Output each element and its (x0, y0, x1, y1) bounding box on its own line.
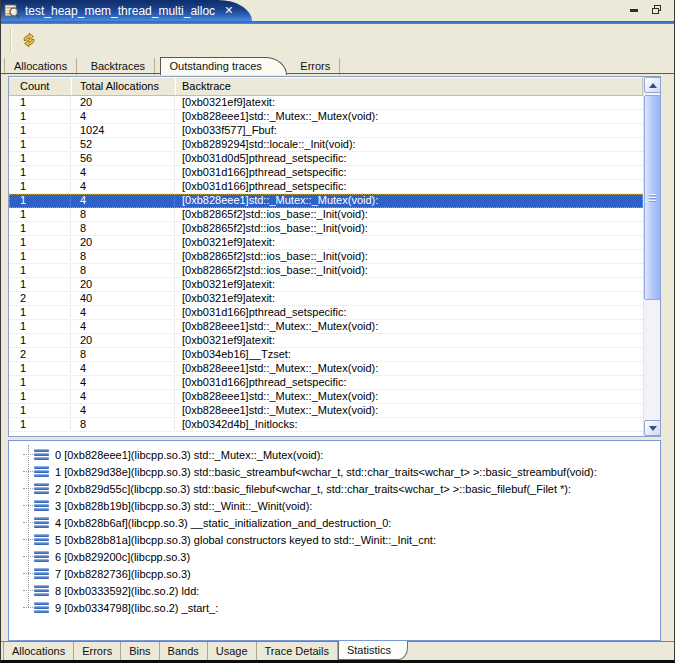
table-row[interactable]: 1 4 [0xb828eee1]std::_Mutex::_Mutex(void… (9, 390, 643, 404)
tree-item-label: 7 [0xb8282736](libcpp.so.3) (55, 568, 191, 580)
refresh-button[interactable] (18, 29, 40, 51)
result-view-tab[interactable]: Bands (160, 642, 208, 660)
trace-category-tab[interactable]: Errors (291, 58, 340, 75)
result-view-tab[interactable]: Trace Details (257, 642, 338, 660)
cell-total-allocations: 8 (71, 348, 175, 361)
table-row[interactable]: 1 8 [0xb82865f2]std::ios_base::_Init(voi… (9, 264, 643, 278)
cell-backtrace: [0xb828eee1]std::_Mutex::_Mutex(void): (175, 362, 643, 375)
table-row[interactable]: 1 20 [0xb0321ef9]atexit: (9, 278, 643, 292)
table-header: Count Total Allocations Backtrace (9, 77, 643, 96)
scrollbar-thumb[interactable] (644, 95, 661, 300)
minimize-button[interactable] (628, 4, 641, 15)
tab-label: Backtraces (91, 60, 145, 72)
tab-baseline (1, 73, 675, 74)
table-row[interactable]: 1 4 [0xb828eee1]std::_Mutex::_Mutex(void… (9, 362, 643, 376)
table-row[interactable]: 1 4 [0xb828eee1]std::_Mutex::_Mutex(void… (9, 320, 643, 334)
table-row[interactable]: 2 40 [0xb0321ef9]atexit: (9, 292, 643, 306)
table-body: 1 20 [0xb0321ef9]atexit: 1 4 [0xb828eee1… (9, 96, 643, 432)
cell-total-allocations: 8 (71, 222, 175, 235)
view-tab-outstanding-view[interactable]: test_heap_mem_thread_multi_alloc ✕ (0, 0, 252, 21)
tree-connector (23, 590, 33, 591)
cell-backtrace: [0xb031d166]pthread_setspecific: (175, 166, 643, 179)
cell-total-allocations: 8 (71, 264, 175, 277)
vertical-scrollbar[interactable] (643, 77, 660, 436)
stack-frames-icon (34, 585, 49, 596)
trace-category-tabs: Allocations Backtraces Outstanding trace… (1, 56, 675, 74)
tab-label: Errors (82, 645, 112, 657)
tree-item[interactable]: 7 [0xb8282736](libcpp.so.3) (9, 565, 660, 582)
table-row[interactable]: 1 8 [0xb82865f2]std::ios_base::_Init(voi… (9, 250, 643, 264)
result-view-tab[interactable]: Statistics (338, 641, 408, 660)
cell-count: 2 (9, 348, 71, 361)
result-view-tab[interactable]: Usage (208, 642, 257, 660)
cell-count: 1 (9, 264, 71, 277)
scroll-up-button[interactable] (644, 77, 661, 93)
cell-count: 1 (9, 362, 71, 375)
table-row[interactable]: 1 4 [0xb031d166]pthread_setspecific: (9, 306, 643, 320)
cell-count: 1 (9, 250, 71, 263)
table-row[interactable]: 1 4 [0xb828eee1]std::_Mutex::_Mutex(void… (9, 194, 643, 208)
tree-connector (23, 471, 33, 472)
table-row[interactable]: 1 1024 [0xb033f577]_Fbuf: (9, 124, 643, 138)
table-row[interactable]: 1 4 [0xb031d166]pthread_setspecific: (9, 180, 643, 194)
tab-label: Trace Details (265, 645, 329, 657)
cell-total-allocations: 8 (71, 208, 175, 221)
table-row[interactable]: 2 8 [0xb034eb16]__Tzset: (9, 348, 643, 362)
cell-backtrace: [0xb033f577]_Fbuf: (175, 124, 643, 137)
table-row[interactable]: 1 8 [0xb82865f2]std::ios_base::_Init(voi… (9, 208, 643, 222)
cell-count: 1 (9, 236, 71, 249)
result-view-tab[interactable]: Bins (121, 642, 159, 660)
tree-item[interactable]: 2 [0xb829d55c](libcpp.so.3) std::basic_f… (9, 480, 660, 497)
cell-count: 1 (9, 404, 71, 417)
tab-label: Allocations (14, 60, 67, 72)
result-view-tab[interactable]: Allocations (3, 642, 74, 660)
cell-count: 1 (9, 320, 71, 333)
scroll-down-button[interactable] (644, 420, 661, 436)
trace-category-tab[interactable]: Outstanding traces (160, 57, 287, 75)
table-row[interactable]: 1 20 [0xb0321ef9]atexit: (9, 96, 643, 110)
cell-total-allocations: 4 (71, 166, 175, 179)
table-row[interactable]: 1 52 [0xb8289294]std::locale::_Init(void… (9, 138, 643, 152)
table-row[interactable]: 1 4 [0xb031d166]pthread_setspecific: (9, 376, 643, 390)
tab-label: Statistics (347, 644, 391, 656)
cell-total-allocations: 8 (71, 418, 175, 431)
table-row[interactable]: 1 4 [0xb828eee1]std::_Mutex::_Mutex(void… (9, 110, 643, 124)
trace-category-tab[interactable]: Backtraces (82, 58, 155, 75)
close-view-icon[interactable]: ✕ (224, 5, 233, 16)
column-header-backtrace[interactable]: Backtrace (175, 77, 643, 95)
tab-label: Bins (129, 645, 150, 657)
tree-item[interactable]: 4 [0xb828b6af](libcpp.so.3) __static_ini… (9, 514, 660, 531)
cell-backtrace: [0xb82865f2]std::ios_base::_Init(void): (175, 222, 643, 235)
tree-item[interactable]: 6 [0xb829200c](libcpp.so.3) (9, 548, 660, 565)
table-row[interactable]: 1 20 [0xb0321ef9]atexit: (9, 334, 643, 348)
cell-total-allocations: 4 (71, 180, 175, 193)
table-row[interactable]: 1 8 [0xb0342d4b]_Initlocks: (9, 418, 643, 432)
cell-count: 1 (9, 390, 71, 403)
tab-label: Usage (216, 645, 248, 657)
result-view-tab[interactable]: Errors (74, 642, 121, 660)
tree-item[interactable]: 3 [0xb828b19b](libcpp.so.3) std::_Winit:… (9, 497, 660, 514)
tree-item[interactable]: 5 [0xb828b81a](libcpp.so.3) global const… (9, 531, 660, 548)
tree-connector (23, 522, 33, 523)
table-row[interactable]: 1 8 [0xb82865f2]std::ios_base::_Init(voi… (9, 222, 643, 236)
table-row[interactable]: 1 4 [0xb031d166]pthread_setspecific: (9, 166, 643, 180)
tree-item[interactable]: 0 [0xb828eee1](libcpp.so.3) std::_Mutex:… (9, 446, 660, 463)
table-row[interactable]: 1 56 [0xb031d0d5]pthread_setspecific: (9, 152, 643, 166)
stack-frames-icon (34, 449, 49, 460)
tree-item[interactable]: 8 [0xb0333592](libc.so.2) ldd: (9, 582, 660, 599)
column-header-count[interactable]: Count (9, 77, 71, 95)
tree-connector (23, 539, 33, 540)
restore-button[interactable] (650, 4, 663, 15)
result-view-tabs: Allocations Errors Bins Bands Usage Trac… (0, 641, 675, 660)
stack-frames-icon (34, 466, 49, 477)
toolbar-grip (10, 29, 12, 51)
tree-item[interactable]: 9 [0xb0334798](libc.so.2) _start_: (9, 599, 660, 616)
cell-backtrace: [0xb828eee1]std::_Mutex::_Mutex(void): (175, 404, 643, 417)
column-header-total-allocations[interactable]: Total Allocations (71, 77, 175, 95)
view-toolbar (1, 24, 675, 56)
cell-backtrace: [0xb828eee1]std::_Mutex::_Mutex(void): (175, 110, 643, 123)
table-row[interactable]: 1 20 [0xb0321ef9]atexit: (9, 236, 643, 250)
trace-category-tab[interactable]: Allocations (4, 58, 77, 75)
tree-item[interactable]: 1 [0xb829d38e](libcpp.so.3) std::basic_s… (9, 463, 660, 480)
table-row[interactable]: 1 4 [0xb828eee1]std::_Mutex::_Mutex(void… (9, 404, 643, 418)
